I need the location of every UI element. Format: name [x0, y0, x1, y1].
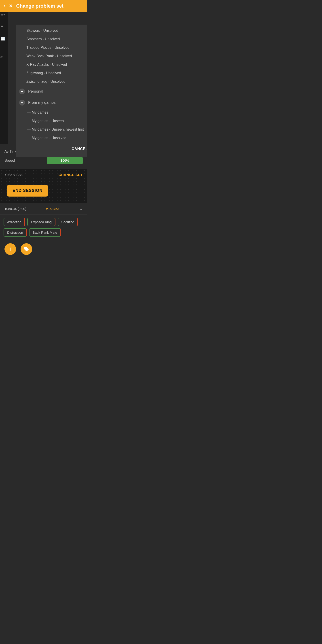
- modal-footer: CANCEL: [16, 141, 87, 157]
- sidebar-icon-1: ≡: [1, 24, 3, 28]
- personal-parent-item[interactable]: + Personal: [16, 86, 87, 97]
- tag-distraction[interactable]: Distraction: [4, 228, 27, 236]
- list-item[interactable]: Weak Back Rank - Unsolved: [16, 52, 87, 60]
- list-item[interactable]: Zwischenzug - Unsolved: [16, 77, 87, 86]
- end-session-area: END SESSION: [0, 180, 87, 203]
- list-item[interactable]: Skewers - Unsolved: [16, 26, 87, 35]
- speed-row: Speed 100%: [4, 156, 83, 166]
- list-item[interactable]: My games - Unsolved: [16, 134, 87, 141]
- speed-bar: 100%: [47, 157, 83, 164]
- sidebar-session: 03: [0, 56, 3, 59]
- list-item[interactable]: Smothers - Unsolved: [16, 35, 87, 44]
- score-game-link[interactable]: #158753: [46, 207, 59, 211]
- page-wrapper: ‹ ✕ Change problem set 277 ≡ 📊 03 Skewer…: [0, 0, 87, 644]
- from-my-games-parent-item[interactable]: − From my games: [16, 97, 87, 108]
- change-set-button[interactable]: CHANGE SET: [58, 173, 83, 177]
- list-item[interactable]: Trapped Pieces - Unsolved: [16, 44, 87, 52]
- dotted-section: < m2 < 1270 CHANGE SET: [0, 169, 87, 180]
- sidebar-icon-2: 📊: [1, 37, 5, 41]
- speed-value: 100%: [60, 158, 69, 162]
- rating-range: < m2 < 1270: [4, 173, 23, 177]
- speed-label: Speed: [4, 158, 15, 162]
- end-session-button[interactable]: END SESSION: [7, 185, 48, 196]
- score-row: 1080.34 (0.00) #158753 ⌄: [0, 203, 87, 215]
- close-button[interactable]: ✕: [9, 3, 12, 9]
- av-time-label: Av Time: [4, 150, 18, 154]
- sidebar-rating: 277: [0, 14, 5, 17]
- list-item[interactable]: My games - Unseen: [16, 117, 87, 125]
- tag-exposed-king[interactable]: Exposed King: [27, 218, 56, 226]
- score-value: 1080.34 (0.00): [4, 207, 26, 211]
- list-item[interactable]: My games: [16, 108, 87, 117]
- add-button[interactable]: +: [4, 243, 16, 255]
- tag-sacrifice[interactable]: Sacrifice: [58, 218, 78, 226]
- sidebar-peek: 277 ≡ 📊 03: [0, 12, 8, 144]
- header: ‹ ✕ Change problem set: [0, 0, 87, 12]
- collapse-from-my-games-button[interactable]: −: [19, 100, 25, 106]
- list-item[interactable]: X-Ray Attacks - Unsolved: [16, 60, 87, 69]
- tag-button[interactable]: [20, 243, 32, 255]
- tag-icon: [24, 246, 29, 252]
- back-button[interactable]: ‹: [4, 3, 5, 9]
- modal-list[interactable]: Skewers - Unsolved Smothers - Unsolved T…: [16, 24, 87, 141]
- cancel-button[interactable]: CANCEL: [69, 145, 87, 153]
- chevron-down-icon[interactable]: ⌄: [79, 206, 83, 211]
- expand-personal-button[interactable]: +: [19, 88, 25, 94]
- tags-area: Attraction Exposed King Sacrifice Distra…: [0, 215, 87, 240]
- tag-back-rank-mate[interactable]: Back Rank Mate: [29, 228, 61, 236]
- change-problem-set-modal: Skewers - Unsolved Smothers - Unsolved T…: [16, 24, 87, 157]
- header-title: Change problem set: [16, 3, 63, 9]
- tag-attraction[interactable]: Attraction: [4, 218, 25, 226]
- list-item[interactable]: My games - Unseen, newest first: [16, 125, 87, 134]
- bottom-actions: +: [0, 240, 87, 258]
- list-item[interactable]: Zugzwang - Unsolved: [16, 69, 87, 77]
